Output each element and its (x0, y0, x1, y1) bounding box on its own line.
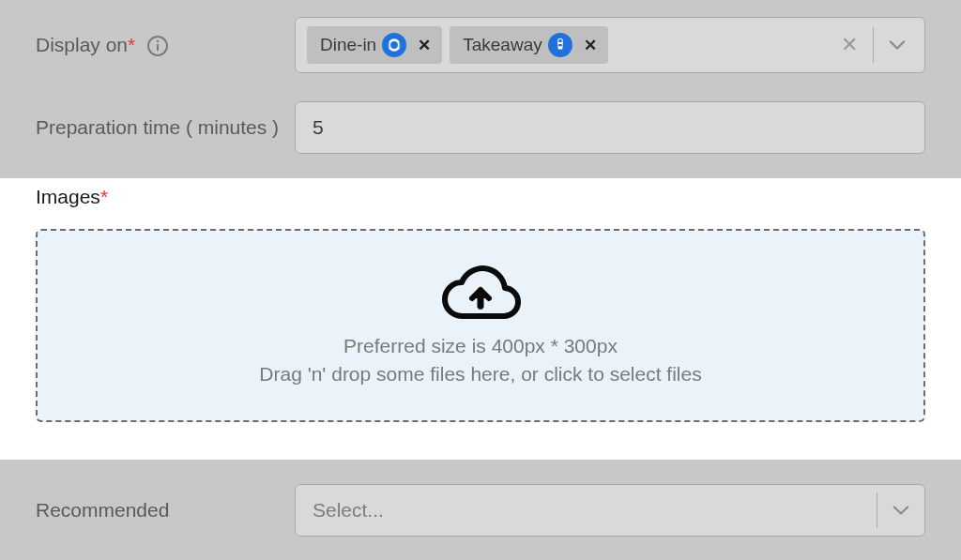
tag-label: Takeaway (463, 35, 542, 55)
svg-rect-6 (389, 41, 389, 49)
dropdown-toggle[interactable] (877, 492, 924, 528)
dropzone-hint-action: Drag 'n' drop some files here, or click … (259, 363, 701, 386)
dropdown-toggle[interactable] (873, 27, 921, 63)
clear-all-icon[interactable]: ✕ (826, 35, 873, 55)
svg-rect-7 (400, 41, 401, 49)
recommended-label: Recommended (36, 497, 295, 523)
prep-time-label: Preparation time ( minutes ) (36, 114, 295, 141)
images-label-text: Images (36, 186, 100, 207)
svg-rect-10 (478, 294, 484, 308)
dropzone-hint-size: Preferred size is 400px * 300px (343, 335, 618, 357)
display-on-label-text: Display on (36, 34, 128, 55)
dinein-icon (382, 33, 406, 57)
prep-time-row: Preparation time ( minutes ) (0, 90, 961, 178)
prep-time-control (295, 101, 925, 154)
svg-point-5 (390, 41, 398, 49)
tag-dinein: Dine-in ✕ (307, 26, 442, 64)
chevron-down-icon (892, 505, 909, 516)
display-on-control: Dine-in ✕ Takeaway (295, 17, 925, 73)
recommended-placeholder: Select... (313, 499, 877, 522)
svg-rect-9 (558, 44, 562, 46)
images-label: Images* (36, 186, 925, 208)
recommended-row: Recommended Select... (0, 460, 961, 553)
images-section: Images* Preferred size is 400px * 300px … (0, 178, 961, 460)
required-marker: * (100, 186, 108, 207)
tag-remove-takeaway[interactable]: ✕ (582, 36, 599, 55)
svg-point-2 (157, 40, 159, 42)
recommended-control: Select... (295, 484, 925, 537)
display-on-multiselect[interactable]: Dine-in ✕ Takeaway (295, 17, 925, 73)
chevron-down-icon (889, 39, 906, 51)
tag-label: Dine-in (320, 35, 376, 55)
image-dropzone[interactable]: Preferred size is 400px * 300px Drag 'n'… (36, 229, 925, 422)
takeaway-icon (548, 33, 572, 57)
tag-remove-dinein[interactable]: ✕ (416, 36, 433, 55)
selected-tags: Dine-in ✕ Takeaway (299, 26, 826, 64)
display-on-label: Display on* (36, 32, 295, 58)
required-marker: * (128, 34, 135, 55)
tag-takeaway: Takeaway ✕ (450, 26, 608, 64)
recommended-select[interactable]: Select... (295, 484, 925, 537)
display-on-row: Display on* Dine-in (0, 0, 961, 90)
info-icon[interactable] (146, 35, 169, 57)
prep-time-input[interactable] (295, 101, 925, 154)
cloud-upload-icon (439, 265, 522, 325)
